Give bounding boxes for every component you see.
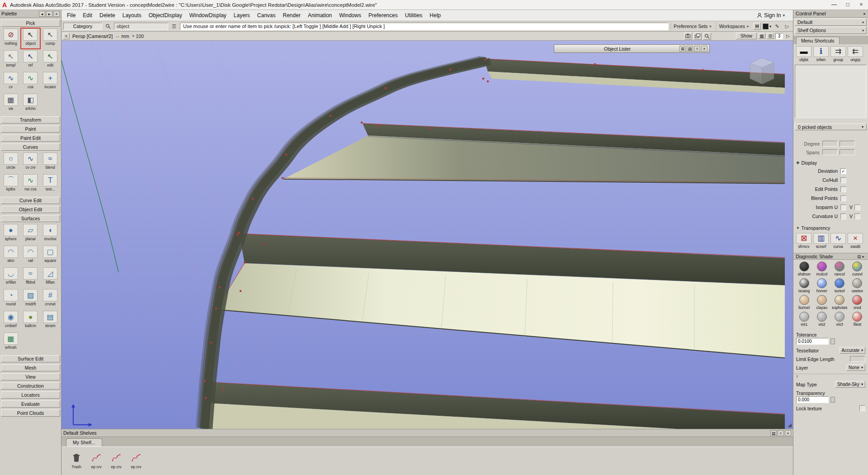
tool-msdrft[interactable]: ▨msdrft (21, 289, 41, 309)
limit-edge-field[interactable] (850, 356, 865, 362)
transparency-section-header[interactable]: ✦ Transparency (796, 225, 865, 231)
diag-vis1[interactable]: vis1 (795, 312, 813, 327)
tool-nw-cos[interactable]: ∿nw cos (21, 174, 41, 195)
hotkeys-button[interactable]: H (753, 23, 761, 30)
tool-planar[interactable]: ▱planar (21, 223, 41, 244)
viewport-bar-close-icon[interactable]: × (63, 33, 70, 39)
diag-horver[interactable]: horver (813, 278, 830, 293)
palette-section-paint-edit[interactable]: Paint Edit (1, 134, 60, 142)
palette-section-curves[interactable]: Curves (1, 143, 60, 151)
tool-text[interactable]: Ttext... (40, 174, 60, 195)
pick-mask-field[interactable]: object (114, 23, 168, 30)
tool-circle[interactable]: ○circle (1, 152, 21, 173)
preference-sets-dropdown[interactable]: Preference Sets ▾ (670, 23, 714, 30)
preset-dropdown[interactable]: Default ▾ (795, 19, 867, 26)
diag-shdnon[interactable]: shdnon (795, 261, 813, 276)
shortcut-infwn[interactable]: ℹinfwn (813, 46, 829, 62)
object-lister-restore-icon[interactable]: ⊞ (679, 46, 686, 52)
tool-sfrmcv[interactable]: ⊠sfrmcv (796, 233, 811, 249)
maximize-icon[interactable]: □ (841, 0, 854, 10)
menu-file[interactable]: File (63, 12, 79, 19)
viewport-resize-grip[interactable]: ◢ (788, 422, 792, 428)
panes-icon[interactable]: ⊞ (767, 33, 774, 39)
shelf-item-ep-crv-1[interactable]: ep crv (89, 453, 104, 469)
palette-section-paint[interactable]: Paint (1, 125, 60, 133)
shelf-tab-my-shelf[interactable]: My Shelf... (66, 438, 102, 446)
close-icon[interactable]: × (854, 0, 868, 10)
palette-prev-icon[interactable]: ◂ (39, 11, 45, 17)
palette-next-icon[interactable]: ▸ (46, 11, 52, 17)
shortcut-group[interactable]: ⇉group (830, 46, 846, 62)
spans-v-field[interactable] (840, 149, 855, 155)
diag-curevl[interactable]: curevl (849, 261, 866, 276)
layer-dropdown[interactable]: None ▾ (846, 364, 865, 371)
shortcut-shelf-area[interactable] (795, 65, 867, 118)
tool-scnsrf[interactable]: ▥scnsrf (813, 233, 829, 249)
palette-close-icon[interactable]: × (53, 11, 60, 17)
shelf-options-dropdown[interactable]: Shelf Options ▾ (795, 27, 867, 34)
diag-vis2[interactable]: vis2 (813, 312, 830, 327)
menu-edit[interactable]: Edit (79, 12, 96, 19)
menu-layers[interactable]: Layers (230, 12, 254, 19)
tolerance-field[interactable] (796, 338, 829, 345)
object-lister-window[interactable]: Object Lister ⊞ ▤ ▿ × (554, 44, 710, 53)
palette-section-locators[interactable]: Locators (1, 391, 60, 399)
palette-section-point-clouds[interactable]: Point Clouds (1, 409, 60, 417)
prompt-line[interactable]: Use mouse or enter name of item to pick … (180, 23, 669, 30)
tessellator-dropdown[interactable]: Accurate ▾ (840, 347, 865, 354)
diag-surevl[interactable]: surevl (831, 278, 849, 293)
minimize-icon[interactable]: — (827, 0, 841, 10)
header-expand-icon[interactable]: ▷ (784, 33, 792, 38)
tool-ffblnd[interactable]: ≈ffblnd (21, 267, 41, 288)
tool-stnsm[interactable]: ▤stnsm (40, 310, 60, 331)
tool-comp[interactable]: ↖comp (40, 28, 60, 49)
tool-xsedit[interactable]: ×xsedit (848, 233, 863, 249)
object-lister-collapse-icon[interactable]: ▿ (694, 46, 700, 52)
palette-section-view[interactable]: View (1, 373, 60, 380)
menu-windows[interactable]: Windows (335, 12, 365, 19)
tool-kptbx[interactable]: ⌒kptbx (1, 174, 21, 195)
menu-layouts[interactable]: Layouts (119, 12, 145, 19)
menu-canvas[interactable]: Canvas (254, 12, 279, 19)
workspaces-dropdown[interactable]: Workspaces ▾ (716, 23, 751, 30)
swatch-dropdown[interactable]: ▾ (763, 24, 771, 29)
view-cube[interactable] (750, 58, 774, 84)
diag-clayao[interactable]: clayao (813, 295, 830, 310)
degree-v-field[interactable] (840, 141, 855, 147)
viewport-background[interactable] (61, 41, 793, 429)
category-filter-icon[interactable] (104, 23, 112, 30)
viewport-3d-scene[interactable] (61, 41, 793, 429)
layers-icon[interactable] (693, 33, 702, 40)
section-collapse-icon[interactable]: ▿ (793, 374, 868, 379)
tool-nothing[interactable]: ⊘nothing (1, 28, 21, 49)
menu-objectdisplay[interactable]: ObjectDisplay (145, 12, 186, 19)
tool-templ[interactable]: ↖templ (1, 50, 21, 71)
menu-windowdisplay[interactable]: WindowDisplay (186, 12, 230, 19)
edit-points-checkbox[interactable] (840, 186, 846, 192)
diag-rancol[interactable]: rancol (831, 261, 849, 276)
degree-u-field[interactable] (822, 141, 838, 147)
shelf-close-icon[interactable]: × (785, 430, 791, 436)
transparency-field[interactable] (796, 396, 829, 403)
tool-cmbsrf[interactable]: ◉cmbsrf (1, 310, 21, 331)
palette-section-evaluate[interactable]: Evaluate (1, 400, 60, 408)
curvature-u-checkbox[interactable] (840, 214, 846, 219)
shelf-menu-icon[interactable]: ▤ (770, 430, 777, 436)
transparency-slider[interactable] (830, 397, 835, 403)
shelf-item-trash-0[interactable]: Trash (69, 453, 84, 469)
tool-srfchn[interactable]: ◧srfchn (21, 93, 41, 114)
tab-menu-shortcuts[interactable]: Menu Shortcuts (796, 37, 840, 44)
map-type-dropdown[interactable]: Shade-Sky ▾ (835, 381, 865, 388)
tool-cv-crv[interactable]: ∿cv crv (21, 152, 41, 173)
tool-round[interactable]: ◔round (1, 289, 21, 309)
tool-cos[interactable]: ∿cos (21, 71, 41, 92)
palette-section-curve-edit[interactable]: Curve Edit (1, 197, 60, 204)
menu-help[interactable]: Help (426, 12, 444, 19)
diag-filest[interactable]: filest (849, 312, 866, 327)
tool-sphere[interactable]: ●sphere (1, 223, 21, 244)
menu-utilities[interactable]: Utilities (401, 12, 426, 19)
isoparm-u-checkbox[interactable] (840, 204, 846, 210)
object-lister-close-icon[interactable]: × (701, 46, 708, 52)
menu-render[interactable]: Render (279, 12, 304, 19)
picked-objects-bar[interactable]: 0 picked objects ▾ (795, 124, 867, 130)
